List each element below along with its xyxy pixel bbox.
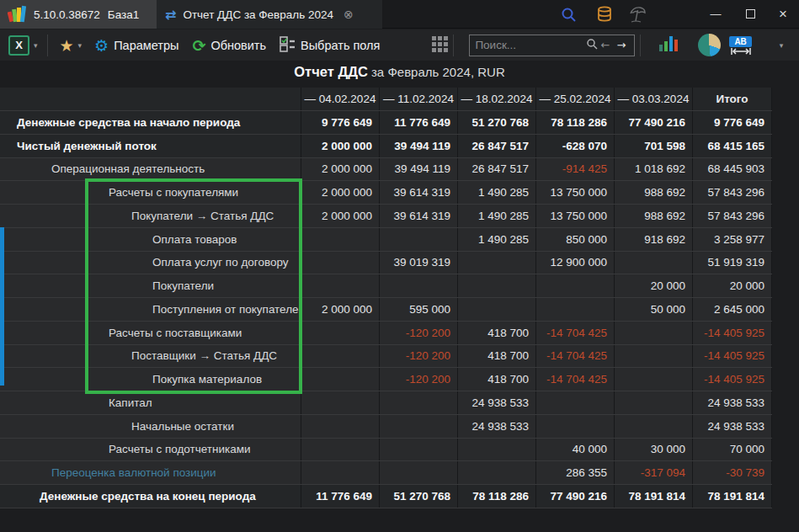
search-box[interactable]: ← →	[469, 35, 635, 56]
row-label[interactable]: Переоценка валютной позиции	[0, 461, 301, 484]
cell-value: 12 900 000	[536, 252, 615, 274]
toolbar-overflow-caret[interactable]: ▾	[775, 41, 788, 50]
search-prev-icon[interactable]: ←	[598, 39, 614, 51]
row-label[interactable]: Оплата товаров	[0, 228, 301, 251]
row-label[interactable]: Покупатели	[0, 274, 301, 297]
close-button[interactable]: ×	[771, 0, 795, 28]
row-label[interactable]: Расчеты с поставщиками	[0, 322, 301, 344]
cell-total-value: 9 776 649	[693, 111, 772, 134]
cell-value: -628 070	[536, 135, 615, 157]
table-row[interactable]: Поставщики → Статья ДДС-120 200418 700-1…	[0, 345, 772, 369]
table-row[interactable]: Расчеты с подотчетниками40 00030 00070 0…	[0, 439, 772, 462]
cell-value: 77 490 216	[615, 111, 693, 134]
cell-total-value: 3 258 977	[693, 228, 772, 251]
row-label[interactable]: Оплата услуг по договору	[0, 252, 301, 274]
cell-value	[458, 252, 536, 274]
tab-close-icon[interactable]: ⊗	[344, 8, 354, 21]
table-row[interactable]: Денежные средства на начало периода9 776…	[0, 111, 772, 135]
table-row[interactable]: Операционная деятельность2 000 00039 494…	[0, 158, 772, 182]
column-header[interactable]: — 18.02.2024	[458, 88, 536, 110]
cell-total-value: 68 445 903	[693, 158, 772, 181]
database-icon[interactable]	[594, 5, 615, 24]
table-row[interactable]: Чистый денежный поток2 000 00039 494 119…	[0, 135, 772, 158]
maximize-button[interactable]	[738, 0, 762, 28]
row-label[interactable]: Операционная деятельность	[0, 158, 301, 181]
search-field-icon[interactable]	[586, 38, 598, 52]
cell-value	[380, 391, 458, 414]
row-label[interactable]: Поступления от покупателей	[0, 298, 301, 321]
cell-value: 418 700	[458, 368, 536, 391]
cell-value: 701 598	[615, 135, 693, 157]
table-row[interactable]: Поступления от покупателей2 000 000595 0…	[0, 298, 772, 322]
refresh-icon[interactable]: ⟳	[192, 36, 205, 55]
select-fields-button[interactable]: Выбрать поля	[301, 39, 380, 52]
search-input[interactable]	[475, 39, 585, 51]
autofit-width-button[interactable]: AB	[729, 36, 751, 55]
autofit-ab-label: AB	[729, 36, 751, 47]
refresh-button[interactable]: Обновить	[210, 39, 266, 52]
base-tab[interactable]: База1	[108, 8, 139, 21]
row-label[interactable]: Денежные средства на начало периода	[0, 111, 301, 134]
cell-value	[615, 345, 693, 368]
table-row[interactable]: Оплата услуг по договору39 019 31912 900…	[0, 252, 772, 275]
report-tab[interactable]: ⇄ Отчет ДДС за Февраль 2024 ⊗	[157, 0, 382, 29]
table-row[interactable]: Расчеты с поставщиками-120 200418 700-14…	[0, 322, 772, 345]
excel-export-button[interactable]: X	[8, 35, 29, 56]
favorites-star-button[interactable]: ★	[60, 36, 74, 55]
table-row[interactable]: Начальные остатки24 938 53324 938 533	[0, 415, 772, 439]
cell-value: 39 614 319	[380, 205, 458, 227]
cell-value: -914 425	[536, 158, 615, 181]
row-label[interactable]: Капитал	[0, 391, 301, 414]
table-row[interactable]: Переоценка валютной позиции286 355-317 0…	[0, 461, 772, 485]
row-label[interactable]: Покупатели → Статья ДДС	[0, 205, 301, 227]
umbrella-icon[interactable]	[627, 5, 647, 24]
column-header[interactable]: — 25.02.2024	[536, 88, 615, 110]
left-scroll-indicator[interactable]	[0, 227, 4, 386]
excel-dropdown-caret[interactable]: ▾	[29, 41, 42, 50]
report-title-period: за Февраль 2024, RUR	[368, 65, 505, 79]
table-row[interactable]: Денежные средства на конец периода11 776…	[0, 485, 772, 508]
cell-value: 2 000 000	[301, 205, 380, 227]
table-row[interactable]: Капитал24 938 53324 938 533	[0, 391, 772, 415]
row-label[interactable]: Денежные средства на конец периода	[0, 485, 301, 508]
pie-chart-icon[interactable]	[698, 34, 721, 56]
cell-value: 39 494 119	[380, 135, 458, 157]
cell-total-value: -14 405 925	[693, 368, 772, 391]
cell-value	[536, 298, 615, 321]
column-header[interactable]: — 03.03.2024	[615, 88, 693, 110]
cell-value: 51 270 768	[458, 111, 536, 134]
cell-total-value: 24 938 533	[693, 391, 772, 414]
cell-value: 78 118 286	[458, 485, 536, 508]
search-next-icon[interactable]: →	[613, 39, 629, 51]
cell-value: 2 000 000	[301, 135, 380, 157]
row-label[interactable]: Начальные остатки	[0, 415, 301, 438]
cell-value: 40 000	[536, 439, 615, 461]
column-header[interactable]: — 11.02.2024	[380, 88, 458, 110]
cell-value	[615, 322, 693, 344]
star-dropdown-caret[interactable]: ▾	[74, 41, 87, 50]
table-row[interactable]: Покупатели20 00020 000	[0, 274, 772, 298]
table-row[interactable]: Покупатели → Статья ДДС2 000 00039 614 3…	[0, 205, 772, 228]
gear-icon[interactable]: ⚙	[94, 36, 109, 55]
cell-value	[615, 415, 693, 438]
report-table-body: Денежные средства на начало периода9 776…	[0, 111, 772, 508]
select-fields-icon[interactable]	[280, 36, 296, 55]
row-label[interactable]: Поставщики → Статья ДДС	[0, 345, 301, 368]
row-label[interactable]: Расчеты с подотчетниками	[0, 439, 301, 461]
minimize-button[interactable]: —	[704, 0, 727, 28]
row-label[interactable]: Расчеты с покупателями	[0, 181, 301, 204]
cell-total-value: 68 415 165	[693, 135, 772, 157]
row-label[interactable]: Покупка материалов	[0, 368, 301, 391]
column-header[interactable]: — 04.02.2024	[301, 88, 380, 110]
cell-value	[301, 274, 380, 297]
params-button[interactable]: Параметры	[114, 39, 178, 52]
search-icon[interactable]	[558, 5, 578, 24]
bar-chart-icon[interactable]	[658, 33, 679, 57]
grid-view-icon[interactable]	[432, 36, 448, 55]
table-row[interactable]: Оплата товаров1 490 285850 000918 6923 2…	[0, 228, 772, 252]
cell-value	[380, 274, 458, 297]
column-header-total[interactable]: Итого	[693, 88, 772, 110]
row-label[interactable]: Чистый денежный поток	[0, 135, 301, 157]
table-row[interactable]: Расчеты с покупателями2 000 00039 614 31…	[0, 181, 772, 205]
table-row[interactable]: Покупка материалов-120 200418 700-14 704…	[0, 368, 772, 391]
